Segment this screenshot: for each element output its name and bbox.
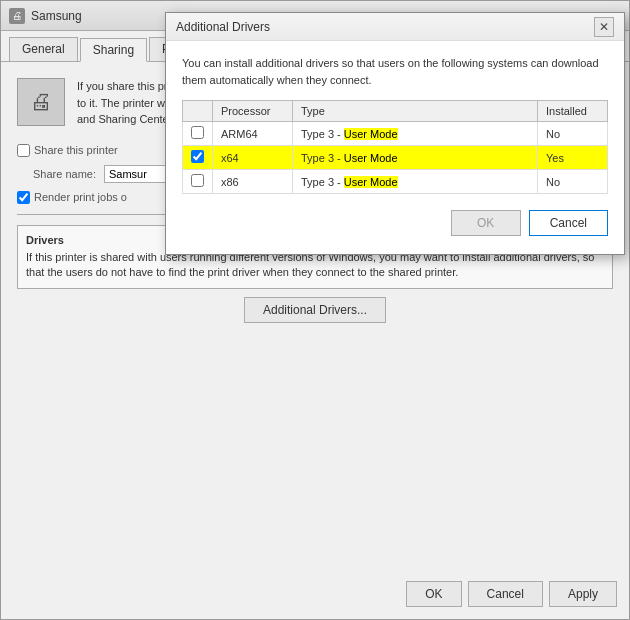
additional-drivers-button[interactable]: Additional Drivers... (244, 297, 386, 323)
background-cancel-button[interactable]: Cancel (468, 581, 543, 607)
table-header-row: Processor Type Installed (183, 101, 608, 122)
dialog-buttons: OK Cancel (182, 210, 608, 240)
type-cell: Type 3 - User Mode (293, 146, 538, 170)
background-apply-button[interactable]: Apply (549, 581, 617, 607)
background-bottom-buttons: OK Cancel Apply (406, 581, 617, 607)
share-icon: 🖨 (17, 78, 65, 126)
user-mode-highlight: User Mode (344, 152, 398, 164)
col-header-processor: Processor (213, 101, 293, 122)
table-row: x64Type 3 - User ModeYes (183, 146, 608, 170)
dialog-close-button[interactable]: ✕ (594, 17, 614, 37)
share-printer-checkbox[interactable] (17, 144, 30, 157)
dialog-ok-button[interactable]: OK (451, 210, 521, 236)
installed-cell: Yes (538, 146, 608, 170)
dialog-titlebar: Additional Drivers ✕ (166, 13, 624, 41)
driver-checkbox-arm64[interactable] (191, 126, 204, 139)
type-cell: Type 3 - User Mode (293, 122, 538, 146)
user-mode-highlight: User Mode (344, 128, 398, 140)
installed-cell: No (538, 122, 608, 146)
col-header-check (183, 101, 213, 122)
render-jobs-label: Render print jobs o (34, 191, 127, 203)
dialog-body: You can install additional drivers so th… (166, 41, 624, 254)
user-mode-highlight: User Mode (344, 176, 398, 188)
background-ok-button[interactable]: OK (406, 581, 461, 607)
drivers-table: Processor Type Installed ARM64Type 3 - U… (182, 100, 608, 194)
tab-sharing[interactable]: Sharing (80, 38, 147, 62)
tab-general[interactable]: General (9, 37, 78, 61)
table-row: x86Type 3 - User ModeNo (183, 170, 608, 194)
render-jobs-checkbox[interactable] (17, 191, 30, 204)
type-cell: Type 3 - User Mode (293, 170, 538, 194)
driver-checkbox-x64[interactable] (191, 150, 204, 163)
dialog-description: You can install additional drivers so th… (182, 55, 608, 88)
installed-cell: No (538, 170, 608, 194)
printer-icon: 🖨 (9, 8, 25, 24)
col-header-installed: Installed (538, 101, 608, 122)
share-printer-label: Share this printer (34, 144, 118, 156)
dialog-cancel-button[interactable]: Cancel (529, 210, 608, 236)
processor-cell: x64 (213, 146, 293, 170)
dialog-title: Additional Drivers (176, 20, 594, 34)
additional-drivers-section: Additional Drivers... (17, 297, 613, 323)
driver-checkbox-x86[interactable] (191, 174, 204, 187)
processor-cell: x86 (213, 170, 293, 194)
additional-drivers-dialog: Additional Drivers ✕ You can install add… (165, 12, 625, 255)
processor-cell: ARM64 (213, 122, 293, 146)
col-header-type: Type (293, 101, 538, 122)
share-name-label: Share name: (33, 168, 96, 180)
table-row: ARM64Type 3 - User ModeNo (183, 122, 608, 146)
